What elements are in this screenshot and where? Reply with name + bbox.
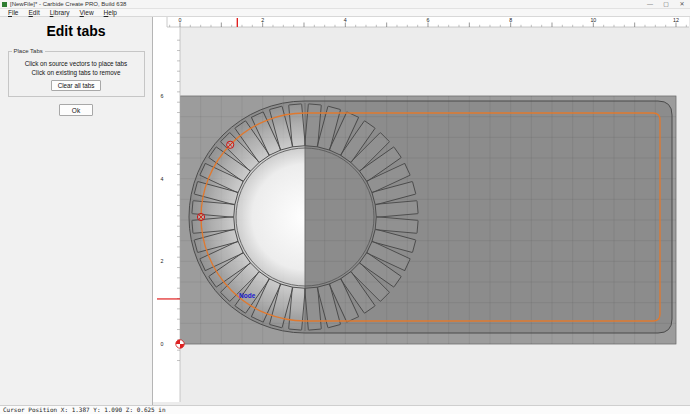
origin-marker[interactable] xyxy=(176,340,184,348)
menu-file[interactable]: File xyxy=(3,9,24,16)
svg-text:12: 12 xyxy=(673,17,679,23)
content-area: Edit tabs Place Tabs Click on source vec… xyxy=(0,17,690,405)
node-tooltip: Node xyxy=(239,292,256,299)
clear-all-tabs-button[interactable]: Clear all tabs xyxy=(51,80,102,91)
menu-help[interactable]: Help xyxy=(99,9,122,16)
minimize-button[interactable]: — xyxy=(642,0,658,8)
ok-button[interactable]: Ok xyxy=(59,104,93,116)
svg-text:4: 4 xyxy=(161,176,164,182)
cursor-position: Cursor Position X: 1.387 Y: 1.090 Z: 0.6… xyxy=(3,406,166,414)
svg-text:0: 0 xyxy=(179,17,182,23)
svg-text:6: 6 xyxy=(161,93,164,99)
svg-text:2: 2 xyxy=(161,258,164,264)
edit-tabs-panel: Edit tabs Place Tabs Click on source vec… xyxy=(0,17,153,405)
app-icon xyxy=(2,2,7,7)
menu-edit[interactable]: Edit xyxy=(24,9,45,16)
svg-text:0: 0 xyxy=(161,341,164,347)
menu-view[interactable]: View xyxy=(75,9,99,16)
maximize-button[interactable]: ▢ xyxy=(658,0,674,8)
svg-text:6: 6 xyxy=(427,17,430,23)
group-label: Place Tabs xyxy=(12,48,45,54)
menu-library[interactable]: Library xyxy=(45,9,75,16)
svg-text:10: 10 xyxy=(590,17,596,23)
window-controls: — ▢ ✕ xyxy=(642,0,690,8)
panel-title: Edit tabs xyxy=(46,23,105,39)
svg-text:2: 2 xyxy=(261,17,264,23)
menu-bar: File Edit Library View Help xyxy=(0,9,690,17)
window-title: [NewFile]* - Carbide Create PRO, Build 6… xyxy=(10,0,642,9)
svg-text:8: 8 xyxy=(509,17,512,23)
tab-marker[interactable] xyxy=(197,213,204,220)
status-bar: Cursor Position X: 1.387 Y: 1.090 Z: 0.6… xyxy=(0,405,690,414)
design-canvas[interactable]: Node0246810120246 xyxy=(153,17,690,405)
instruction-remove: Click on existing tabs to remove xyxy=(11,69,142,76)
app-window: [NewFile]* - Carbide Create PRO, Build 6… xyxy=(0,0,690,414)
svg-text:4: 4 xyxy=(344,17,347,23)
place-tabs-group: Place Tabs Click on source vectors to pl… xyxy=(8,51,145,97)
tab-marker[interactable] xyxy=(227,141,234,148)
close-button[interactable]: ✕ xyxy=(674,0,690,8)
title-bar: [NewFile]* - Carbide Create PRO, Build 6… xyxy=(0,0,690,9)
design-scene[interactable]: Node0246810120246 xyxy=(153,17,689,405)
instruction-place: Click on source vectors to place tabs xyxy=(11,60,142,67)
